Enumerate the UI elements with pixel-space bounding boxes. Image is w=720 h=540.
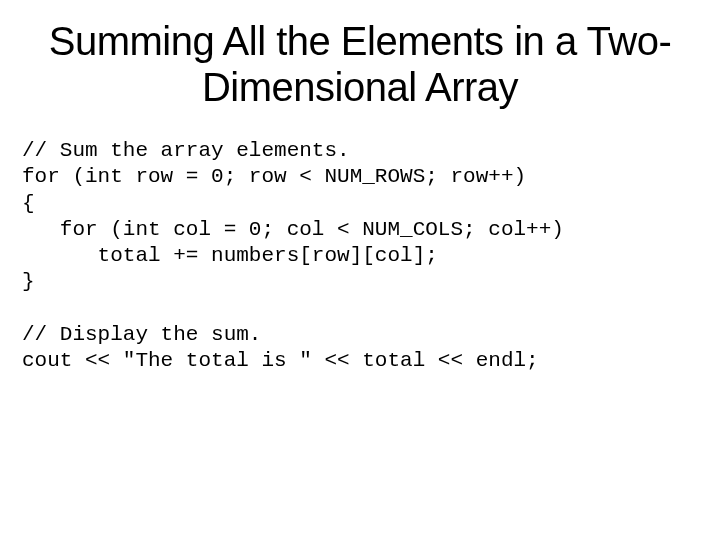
slide-container: Summing All the Elements in a Two-Dimens… <box>0 0 720 540</box>
slide-title: Summing All the Elements in a Two-Dimens… <box>22 18 698 110</box>
code-sum-loop: // Sum the array elements. for (int row … <box>22 138 698 296</box>
code-display-sum: // Display the sum. cout << "The total i… <box>22 322 698 375</box>
